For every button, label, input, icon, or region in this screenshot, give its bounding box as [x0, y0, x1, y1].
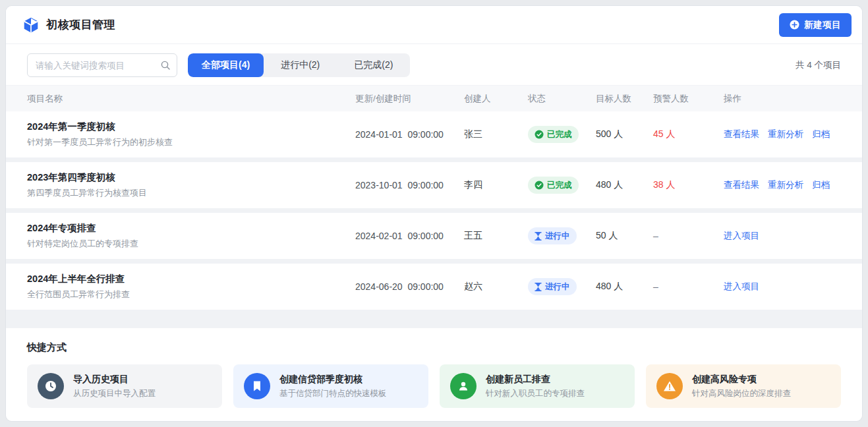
search-box [27, 53, 177, 77]
table-header-row: 项目名称 更新/创建时间 创建人 状态 目标人数 预警人数 操作 [6, 85, 862, 111]
user-icon [450, 373, 477, 399]
shortcuts-title: 快捷方式 [27, 341, 841, 354]
project-name: 2023年第四季度初核 [27, 171, 355, 184]
project-name-cell: 2024年上半年全行排查 全行范围员工异常行为排查 [27, 273, 355, 300]
table-row: 2024年专项排查 针对特定岗位员工的专项排查 2024-02-01 09:00… [6, 213, 862, 259]
tab-all-projects[interactable]: 全部项目(4) [188, 53, 264, 77]
status-badge: 进行中 [528, 278, 577, 295]
archive-link[interactable]: 归档 [812, 128, 830, 140]
project-name-cell: 2023年第四季度初核 第四季度员工异常行为核查项目 [27, 171, 355, 199]
shortcut-high-risk-special[interactable]: 创建高风险专项 针对高风险岗位的深度排查 [646, 364, 841, 408]
project-name-cell: 2024年第一季度初核 针对第一季度员工异常行为的初步核查 [27, 121, 355, 148]
target-count: 480 人 [596, 281, 653, 293]
col-header-time: 更新/创建时间 [355, 93, 464, 105]
section-divider [6, 310, 862, 328]
col-header-actions: 操作 [724, 93, 841, 105]
status-cell: 已完成 [528, 177, 596, 194]
status-cell: 进行中 [528, 278, 596, 295]
project-time: 2023-10-01 09:00:00 [355, 180, 464, 190]
new-project-label: 新建项目 [804, 19, 841, 31]
shortcut-credit-dept-review[interactable]: 创建信贷部季度初核 基于信贷部门特点的快速模板 [233, 364, 428, 408]
shortcuts-row: 导入历史项目 从历史项目中导入配置 创建信贷部季度初核 基于信贷部门特点的快速模… [27, 364, 841, 408]
table-row: 2024年第一季度初核 针对第一季度员工异常行为的初步核查 2024-01-01… [6, 111, 862, 157]
col-header-name: 项目名称 [27, 93, 355, 105]
clock-icon [38, 373, 64, 399]
reanalyze-link[interactable]: 重新分析 [768, 179, 803, 191]
project-desc: 全行范围员工异常行为排查 [27, 289, 355, 300]
search-input[interactable] [27, 53, 177, 77]
status-badge: 已完成 [528, 126, 579, 143]
check-circle-icon [535, 130, 544, 139]
project-desc: 针对特定岗位员工的专项排查 [27, 238, 355, 250]
shortcut-title: 创建信贷部季度初核 [279, 374, 387, 385]
col-header-target: 目标人数 [596, 93, 653, 105]
warning-count: 38 人 [653, 179, 724, 191]
project-time: 2024-01-01 09:00:00 [355, 129, 464, 140]
reanalyze-link[interactable]: 重新分析 [768, 128, 803, 140]
status-label: 进行中 [545, 231, 570, 242]
project-time: 2024-02-01 09:00:00 [355, 231, 464, 241]
page-header: 初核项目管理 新建项目 [6, 6, 862, 44]
project-name-cell: 2024年专项排查 针对特定岗位员工的专项排查 [27, 222, 355, 250]
enter-project-link[interactable]: 进入项目 [724, 281, 759, 293]
table-body: 2024年第一季度初核 针对第一季度员工异常行为的初步核查 2024-01-01… [6, 111, 862, 310]
shortcut-desc: 从历史项目中导入配置 [73, 388, 156, 399]
filter-tabs: 全部项目(4) 进行中(2) 已完成(2) [188, 53, 410, 77]
hourglass-icon [535, 232, 542, 241]
shortcut-title: 创建新员工排查 [486, 374, 585, 385]
actions-cell: 进入项目 [724, 281, 841, 293]
actions-cell: 查看结果 重新分析 归档 [724, 179, 841, 191]
tab-completed[interactable]: 已完成(2) [337, 53, 410, 77]
shortcut-text: 创建新员工排查 针对新入职员工的专项排查 [486, 374, 585, 399]
status-badge: 已完成 [528, 177, 579, 194]
warning-count: 45 人 [653, 128, 724, 140]
shortcut-desc: 针对新入职员工的专项排查 [486, 388, 585, 399]
shortcut-text: 创建高风险专项 针对高风险岗位的深度排查 [692, 374, 791, 399]
status-label: 已完成 [547, 180, 572, 191]
shortcut-title: 导入历史项目 [73, 374, 156, 385]
check-circle-icon [535, 181, 544, 190]
project-name: 2024年第一季度初核 [27, 121, 355, 133]
project-name: 2024年上半年全行排查 [27, 273, 355, 285]
tab-in-progress[interactable]: 进行中(2) [264, 53, 337, 77]
project-desc: 第四季度员工异常行为核查项目 [27, 187, 355, 199]
table-row: 2024年上半年全行排查 全行范围员工异常行为排查 2024-06-20 09:… [6, 264, 862, 310]
target-count: 50 人 [596, 230, 653, 242]
project-time: 2024-06-20 09:00:00 [355, 281, 464, 292]
status-cell: 进行中 [528, 227, 596, 244]
status-label: 已完成 [547, 129, 572, 140]
project-name: 2024年专项排查 [27, 222, 355, 235]
target-count: 480 人 [596, 179, 653, 191]
shortcut-desc: 针对高风险岗位的深度排查 [692, 388, 791, 399]
toolbar: 全部项目(4) 进行中(2) 已完成(2) 共 4 个项目 [6, 44, 862, 85]
col-header-warning: 预警人数 [653, 93, 724, 105]
actions-cell: 查看结果 重新分析 归档 [724, 128, 841, 140]
warning-icon [656, 373, 683, 399]
shortcut-new-employee-check[interactable]: 创建新员工排查 针对新入职员工的专项排查 [440, 364, 635, 408]
view-results-link[interactable]: 查看结果 [724, 179, 759, 191]
project-creator: 王五 [464, 230, 528, 242]
status-badge: 进行中 [528, 227, 577, 244]
col-header-status: 状态 [528, 93, 596, 105]
shortcut-import-history[interactable]: 导入历史项目 从历史项目中导入配置 [27, 364, 222, 408]
status-label: 进行中 [545, 281, 570, 293]
shortcut-text: 导入历史项目 从历史项目中导入配置 [73, 374, 156, 399]
cube-icon [22, 16, 40, 34]
status-cell: 已完成 [528, 126, 596, 143]
bookmark-icon [244, 373, 270, 399]
table-row: 2023年第四季度初核 第四季度员工异常行为核查项目 2023-10-01 09… [6, 162, 862, 208]
shortcut-title: 创建高风险专项 [692, 374, 791, 385]
shortcuts-section: 快捷方式 导入历史项目 从历史项目中导入配置 [6, 328, 862, 421]
project-creator: 张三 [464, 128, 528, 140]
project-creator: 赵六 [464, 281, 528, 293]
new-project-button[interactable]: 新建项目 [779, 13, 852, 37]
view-results-link[interactable]: 查看结果 [724, 128, 759, 140]
project-creator: 李四 [464, 179, 528, 191]
archive-link[interactable]: 归档 [812, 179, 830, 191]
project-desc: 针对第一季度员工异常行为的初步核查 [27, 136, 355, 148]
enter-project-link[interactable]: 进入项目 [724, 230, 759, 242]
hourglass-icon [535, 283, 542, 291]
target-count: 500 人 [596, 128, 653, 140]
search-icon[interactable] [160, 60, 171, 71]
col-header-creator: 创建人 [464, 93, 528, 105]
